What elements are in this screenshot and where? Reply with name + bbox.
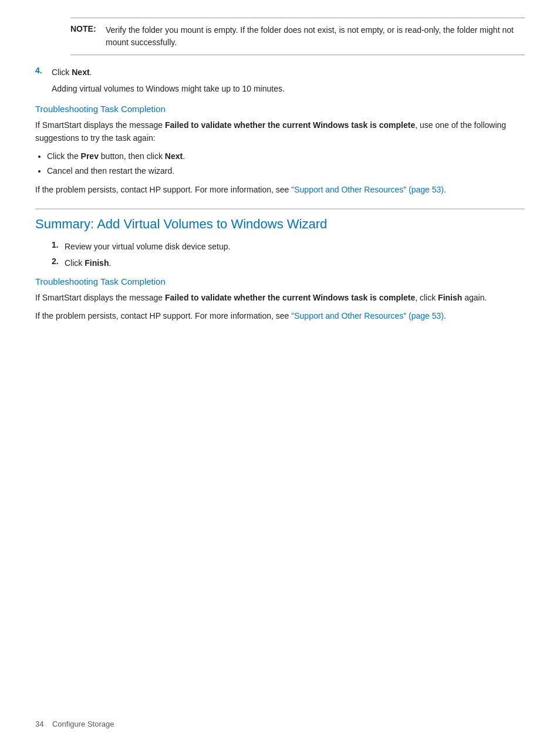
step-4-num: 4. [35, 66, 52, 79]
troubleshooting-1-bullets: Click the Prev button, then click Next. … [47, 150, 525, 179]
step-4: 4. Click Next. [35, 66, 525, 79]
troubleshooting-1-para2: If the problem persists, contact HP supp… [35, 183, 525, 196]
troubleshooting-1-title: Troubleshooting Task Completion [35, 104, 525, 114]
troubleshooting-2-para2: If the problem persists, contact HP supp… [35, 309, 525, 322]
step-s2-2-text: Click Finish. [65, 256, 111, 269]
steps-section-2: 1. Review your virtual volume disk devic… [35, 240, 525, 270]
troubleshooting-2-bold1: Failed to validate whether the current W… [165, 293, 415, 302]
troubleshooting-1-bold: Failed to validate whether the current W… [165, 120, 415, 130]
troubleshooting-2-bold2: Finish [438, 293, 462, 302]
note-label: NOTE: [70, 24, 106, 49]
page-footer: 34 Configure Storage [35, 720, 114, 728]
bullet-2: Cancel and then restart the wizard. [47, 164, 525, 178]
step-4-text: Click Next. [52, 66, 92, 79]
step-s2-2: 2. Click Finish. [52, 256, 525, 269]
section-heading: Summary: Add Virtual Volumes to Windows … [35, 208, 525, 232]
troubleshooting-section-2: Troubleshooting Task Completion If Smart… [35, 276, 525, 322]
bullet-1: Click the Prev button, then click Next. [47, 150, 525, 164]
troubleshooting-1-para1: If SmartStart displays the message Faile… [35, 119, 525, 145]
page: NOTE: Verify the folder you mount is emp… [0, 0, 560, 746]
troubleshooting-2-link[interactable]: "Support and Other Resources" (page 53) [291, 311, 444, 320]
troubleshooting-1-link[interactable]: "Support and Other Resources" (page 53) [291, 185, 444, 194]
step-s2-1-num: 1. [52, 240, 65, 253]
note-box: NOTE: Verify the folder you mount is emp… [70, 18, 525, 55]
note-text: Verify the folder you mount is empty. If… [106, 24, 525, 49]
step-s2-1-text: Review your virtual volume disk device s… [65, 240, 230, 253]
step-s2-2-num: 2. [52, 256, 65, 269]
step-s2-1: 1. Review your virtual volume disk devic… [52, 240, 525, 253]
troubleshooting-section-1: Troubleshooting Task Completion If Smart… [35, 104, 525, 197]
troubleshooting-2-para1: If SmartStart displays the message Faile… [35, 291, 525, 304]
footer-section: Configure Storage [52, 720, 114, 728]
step-4-subtext: Adding virtual volumes to Windows might … [52, 82, 525, 95]
step-4-bold: Next [72, 67, 89, 77]
page-number: 34 [35, 720, 43, 728]
troubleshooting-2-title: Troubleshooting Task Completion [35, 276, 525, 286]
